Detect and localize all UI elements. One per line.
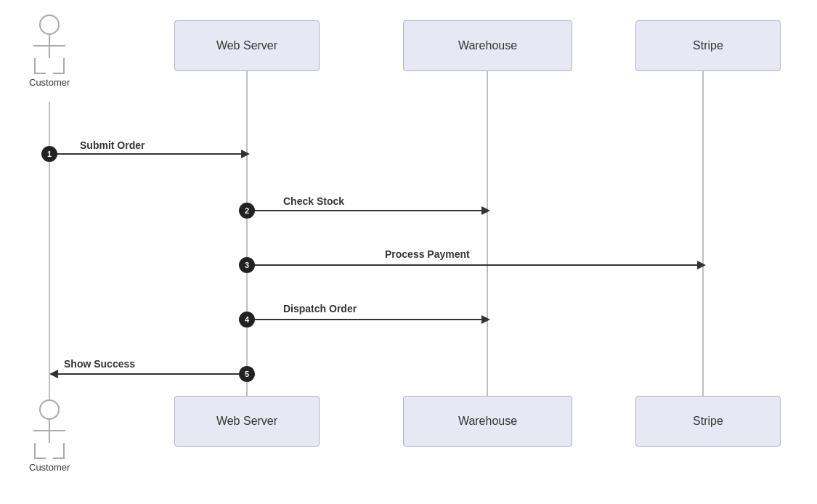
svg-marker-21 — [481, 315, 490, 324]
customer-label-bottom: Customer — [29, 462, 70, 473]
stripe-box-bottom: Stripe — [635, 396, 781, 447]
svg-text:Dispatch Order: Dispatch Order — [283, 303, 357, 314]
svg-marker-6 — [241, 150, 250, 158]
svg-point-7 — [41, 146, 57, 162]
warehouse-box-top: Warehouse — [403, 20, 572, 71]
svg-text:Submit Order: Submit Order — [80, 139, 145, 151]
svg-text:5: 5 — [245, 370, 249, 378]
customer-head-top — [39, 15, 60, 35]
customer-actor-top: Customer — [29, 15, 70, 88]
svg-marker-26 — [49, 370, 58, 378]
customer-actor-bottom: Customer — [29, 399, 70, 473]
customer-figure-bottom — [33, 399, 65, 459]
warehouse-box-bottom: Warehouse — [403, 396, 572, 447]
diagram-container: Submit Order 1 Check Stock 2 Process Pay… — [0, 0, 817, 504]
customer-head-bottom — [39, 399, 60, 420]
svg-text:3: 3 — [245, 261, 249, 269]
webserver-box-top: Web Server — [174, 20, 320, 71]
svg-text:2: 2 — [245, 206, 249, 215]
svg-point-22 — [239, 312, 255, 328]
svg-text:Check Stock: Check Stock — [283, 195, 344, 207]
svg-text:1: 1 — [47, 150, 52, 158]
svg-marker-16 — [697, 261, 706, 269]
webserver-box-bottom: Web Server — [174, 396, 320, 447]
svg-point-27 — [239, 366, 255, 382]
svg-text:4: 4 — [245, 315, 250, 324]
svg-text:Show Success: Show Success — [64, 358, 135, 370]
svg-point-12 — [239, 203, 255, 219]
svg-marker-11 — [481, 206, 490, 215]
svg-text:Process Payment: Process Payment — [385, 248, 470, 260]
stripe-box-top: Stripe — [635, 20, 781, 71]
customer-figure-top — [33, 15, 65, 74]
customer-label-top: Customer — [29, 77, 70, 88]
svg-point-17 — [239, 257, 255, 273]
